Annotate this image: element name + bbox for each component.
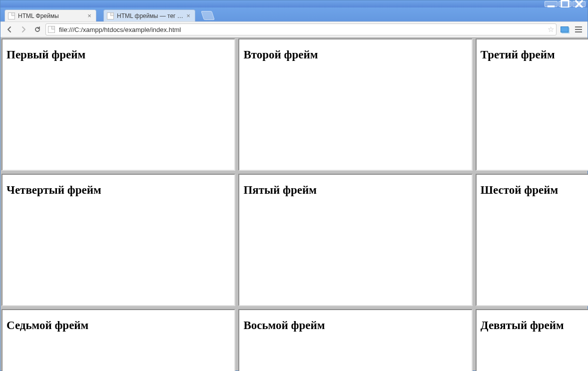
close-icon[interactable]: ×	[86, 12, 93, 19]
frame-6[interactable]: Шестой фрейм	[476, 174, 588, 306]
close-button[interactable]	[573, 1, 586, 7]
window-titlebar	[0, 0, 588, 7]
menu-button[interactable]	[573, 23, 585, 35]
frame-9[interactable]: Девятый фрейм	[476, 309, 588, 371]
tab-strip: HTML Фреймы × HTML фреймы — тег fram ×	[0, 7, 588, 21]
frame-heading: Третий фрейм	[481, 48, 588, 61]
frame-1[interactable]: Первый фрейм	[1, 38, 235, 171]
frame-7[interactable]: Седьмой фрейм	[1, 309, 235, 371]
tab-active[interactable]: HTML Фреймы ×	[4, 9, 96, 21]
hamburger-icon	[575, 26, 582, 27]
frame-8[interactable]: Восьмой фрейм	[238, 309, 472, 371]
minimize-button[interactable]	[545, 1, 558, 7]
svg-rect-1	[562, 0, 569, 7]
reload-button[interactable]	[31, 23, 43, 35]
page-icon	[48, 26, 55, 33]
new-tab-button[interactable]	[201, 11, 215, 20]
extension-button[interactable]	[559, 23, 571, 35]
address-bar[interactable]: ☆	[45, 23, 557, 35]
bookmark-star-icon[interactable]: ☆	[548, 25, 554, 34]
frame-2[interactable]: Второй фрейм	[238, 38, 472, 171]
frame-heading: Четвертый фрейм	[6, 184, 230, 197]
frame-heading: Второй фрейм	[243, 48, 467, 61]
frame-heading: Девятый фрейм	[481, 319, 588, 332]
close-icon[interactable]: ×	[185, 12, 192, 19]
browser-window: HTML Фреймы × HTML фреймы — тег fram × ☆	[0, 0, 588, 371]
screenshot-icon	[561, 26, 569, 32]
page-icon	[8, 12, 15, 19]
frame-heading: Шестой фрейм	[481, 184, 588, 197]
back-button[interactable]	[3, 23, 15, 35]
url-input[interactable]	[58, 25, 545, 34]
tab-title: HTML Фреймы	[18, 12, 86, 19]
frame-heading: Пятый фрейм	[243, 184, 467, 197]
frame-heading: Седьмой фрейм	[6, 319, 230, 332]
frame-heading: Восьмой фрейм	[243, 319, 467, 332]
frame-5[interactable]: Пятый фрейм	[238, 174, 472, 306]
tab-title: HTML фреймы — тег fram	[117, 12, 185, 19]
frame-heading: Первый фрейм	[6, 48, 230, 61]
frameset: Первый фрейм Второй фрейм Третий фрейм Ч…	[1, 38, 587, 370]
frame-4[interactable]: Четвертый фрейм	[1, 174, 235, 306]
frame-3[interactable]: Третий фрейм	[476, 38, 588, 171]
page-icon	[107, 12, 114, 19]
page-content: Первый фрейм Второй фрейм Третий фрейм Ч…	[0, 37, 588, 371]
forward-button[interactable]	[17, 23, 29, 35]
tab-inactive[interactable]: HTML фреймы — тег fram ×	[103, 9, 195, 21]
maximize-button[interactable]	[559, 1, 572, 7]
toolbar: ☆	[0, 21, 588, 37]
